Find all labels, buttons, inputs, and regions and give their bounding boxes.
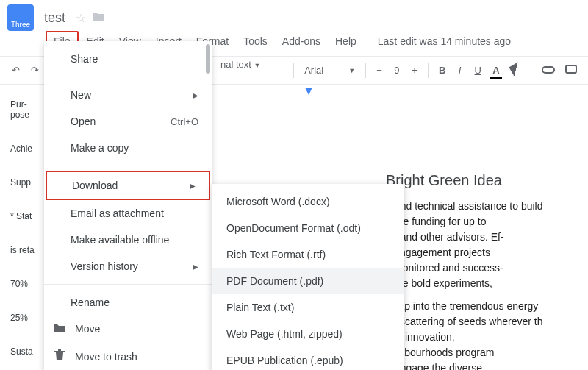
outline-item[interactable]: Achie — [10, 143, 44, 154]
star-icon[interactable]: ☆ — [76, 11, 86, 25]
font-size-decrease[interactable]: − — [372, 62, 387, 79]
document-title[interactable]: test — [40, 9, 70, 27]
download-html[interactable]: Web Page (.html, zipped) — [212, 321, 404, 347]
download-epub[interactable]: EPUB Publication (.epub) — [212, 347, 404, 370]
redo-button[interactable]: ↷ — [26, 62, 43, 79]
download-odt[interactable]: OpenDocument Format (.odt) — [212, 215, 404, 241]
shortcut-label: Ctrl+O — [171, 116, 198, 127]
file-menu-move[interactable]: Move — [44, 316, 212, 342]
italic-button[interactable]: I — [453, 62, 467, 79]
file-menu-download[interactable]: Download▶ — [46, 171, 210, 200]
download-pdf[interactable]: PDF Document (.pdf) — [212, 268, 404, 294]
font-dropdown[interactable]: Arial▼ — [300, 63, 359, 77]
separator — [365, 63, 366, 78]
indent-marker-icon[interactable] — [305, 88, 312, 95]
outline-item[interactable]: Pur- pose — [10, 99, 44, 120]
move-folder-icon[interactable] — [92, 11, 105, 24]
underline-button[interactable]: U — [470, 62, 486, 79]
trash-icon — [53, 349, 66, 363]
menu-separator — [44, 77, 212, 77]
menu-help[interactable]: Help — [329, 32, 363, 50]
file-menu-new[interactable]: New▶ — [44, 82, 212, 108]
ruler[interactable] — [220, 85, 588, 99]
menu-addons[interactable]: Add-ons — [276, 32, 327, 50]
download-txt[interactable]: Plain Text (.txt) — [212, 294, 404, 321]
comment-icon — [565, 65, 577, 74]
submenu-arrow-icon: ▶ — [193, 91, 198, 99]
highlight-icon — [509, 62, 523, 76]
file-menu-dropdown: Share New▶ OpenCtrl+O Make a copy Downlo… — [44, 41, 212, 370]
file-menu-rename[interactable]: Rename — [44, 289, 212, 316]
download-submenu: Microsoft Word (.docx) OpenDocument Form… — [212, 184, 404, 370]
download-docx[interactable]: Microsoft Word (.docx) — [212, 188, 404, 215]
file-menu-copy[interactable]: Make a copy — [44, 135, 212, 161]
outline-item[interactable]: 70% — [10, 279, 44, 289]
font-size-increase[interactable]: + — [407, 62, 422, 79]
submenu-arrow-icon: ▶ — [193, 263, 198, 271]
document-outline: Pur- pose Achie Supp * Stat is reta 70% … — [0, 99, 44, 370]
insert-comment-button[interactable] — [561, 62, 581, 79]
separator — [293, 63, 294, 78]
doc-heading: Bright Green Idea — [386, 169, 588, 191]
download-rtf[interactable]: Rich Text Format (.rtf) — [212, 241, 404, 268]
separator — [531, 63, 531, 78]
font-size-value[interactable]: 9 — [390, 62, 404, 79]
bold-button[interactable]: B — [434, 62, 450, 79]
file-menu-history[interactable]: Version history▶ — [44, 253, 212, 280]
paragraph-style-dropdown[interactable]: nal text ▼ — [220, 59, 260, 70]
insert-link-button[interactable] — [537, 62, 559, 79]
highlight-button[interactable] — [506, 61, 525, 79]
last-edit-link[interactable]: Last edit was 14 minutes ago — [378, 35, 511, 47]
text-color-button[interactable]: A — [488, 62, 503, 79]
file-menu-offline[interactable]: Make available offline — [44, 227, 212, 253]
outline-item[interactable]: * Stat — [10, 211, 44, 221]
file-menu-share[interactable]: Share — [44, 46, 212, 72]
submenu-arrow-icon: ▶ — [190, 182, 196, 190]
menu-separator — [44, 284, 212, 285]
outline-item[interactable]: is reta — [10, 245, 44, 255]
file-menu-trash[interactable]: Move to trash — [44, 342, 212, 370]
docs-logo-icon[interactable]: Three — [7, 4, 34, 31]
file-menu-email[interactable]: Email as attachment — [44, 200, 212, 227]
link-icon — [542, 66, 555, 74]
file-menu-open[interactable]: OpenCtrl+O — [44, 108, 212, 135]
undo-button[interactable]: ↶ — [7, 62, 24, 79]
outline-item[interactable]: Susta — [10, 346, 44, 357]
outline-item[interactable]: 25% — [10, 313, 44, 323]
menu-tools[interactable]: Tools — [237, 32, 274, 50]
separator — [428, 63, 429, 78]
menu-separator — [44, 166, 212, 166]
folder-icon — [53, 323, 66, 335]
outline-item[interactable]: Supp — [10, 177, 44, 188]
